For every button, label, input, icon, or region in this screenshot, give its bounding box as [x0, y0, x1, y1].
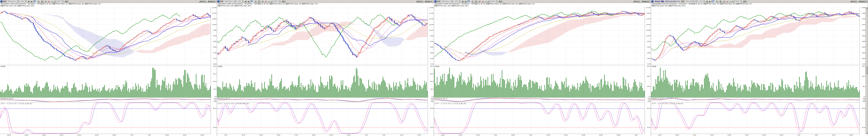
candle-chart-icon[interactable]: ▮: [726, 0, 728, 3]
symbol-label: 銘柄: [681, 0, 684, 3]
prev-contract-button[interactable]: ◀: [461, 0, 464, 3]
chevron-down-icon[interactable]: ▼: [459, 1, 460, 2]
chevron-down-icon[interactable]: ▼: [234, 1, 236, 2]
chevron-down-icon[interactable]: ▼: [278, 1, 280, 2]
aux-settings-button[interactable]: 補助線設定: [641, 0, 650, 3]
candle-chart-icon[interactable]: ▮: [48, 0, 50, 3]
contract-select[interactable]: 12/06▼: [236, 0, 243, 3]
line-chart-icon[interactable]: 〜: [484, 0, 487, 3]
symbol-select[interactable]: 日経225mini▼: [441, 0, 453, 3]
time-axis-label: 22:00: [78, 134, 81, 136]
bars-count-value: 500本: [491, 0, 495, 3]
aux-settings-button[interactable]: 補助線設定: [858, 0, 867, 3]
bars-count-select[interactable]: 500本▼: [273, 0, 280, 3]
chevron-down-icon[interactable]: ▼: [61, 1, 63, 2]
time-axis-label: 14:45: [200, 134, 204, 136]
stochastics-pane-label: スロー・ストキャスティクス( 14, 3, 80, 20 ): [1, 102, 32, 105]
chart-canvas[interactable]: [0, 7, 211, 134]
apply-button[interactable]: 適用: [498, 0, 503, 3]
volume-axis-label: 100.0: [213, 81, 216, 82]
standard-settings-button[interactable]: 標準設定: [199, 0, 207, 3]
period-minute-button[interactable]: 分: [712, 0, 715, 3]
price-axis-label: 9,940: [862, 18, 865, 19]
scroll-down-icon[interactable]: ▼: [866, 132, 868, 134]
vertical-scrollbar[interactable]: ▲ ▼: [866, 7, 868, 134]
chevron-down-icon[interactable]: ▼: [495, 1, 497, 2]
time-axis-label: 22:15: [329, 134, 333, 136]
prev-contract-button[interactable]: ◀: [244, 0, 247, 3]
standard-settings-button[interactable]: 標準設定: [416, 0, 424, 3]
next-contract-button[interactable]: ▶: [30, 0, 33, 3]
period-day-button[interactable]: 日: [471, 0, 474, 3]
chart-info-line2: 移動平均4( Close, 100 ) 移動平均5( Close, 200 ): [435, 5, 650, 7]
chart-canvas[interactable]: [217, 7, 428, 134]
time-axis-label: 03/16: [617, 134, 620, 136]
line-chart-icon[interactable]: 〜: [50, 0, 53, 3]
chevron-down-icon[interactable]: ▼: [703, 1, 705, 2]
chevron-down-icon[interactable]: ▼: [740, 1, 742, 2]
chevron-down-icon[interactable]: ▼: [451, 1, 453, 2]
time-axis-label: 15:30: [277, 134, 280, 136]
volume-axis-label: 50.0: [431, 88, 433, 90]
contract-select[interactable]: 12/06▼: [453, 0, 460, 3]
next-contract-button[interactable]: ▶: [709, 0, 711, 3]
bar-chart-icon[interactable]: ▥: [270, 0, 272, 3]
prev-contract-button[interactable]: ◀: [706, 0, 708, 3]
macd-axis-label: 0.00: [863, 99, 865, 101]
stoch-axis-label: 80.00: [647, 107, 650, 109]
period-week-button[interactable]: 週: [40, 0, 43, 3]
apply-button[interactable]: 適用: [281, 0, 286, 3]
chart-canvas[interactable]: [651, 7, 860, 134]
standard-settings-button[interactable]: 標準設定: [850, 0, 858, 3]
candle-chart-icon[interactable]: ▮: [482, 0, 484, 3]
chart-canvas[interactable]: [434, 7, 645, 134]
next-contract-button[interactable]: ▶: [464, 0, 467, 3]
bars-count-select[interactable]: 500本▼: [56, 0, 63, 3]
scrollbar-thumb[interactable]: [866, 67, 868, 74]
aux-settings-button[interactable]: 補助線設定: [207, 0, 216, 3]
symbol-select[interactable]: 日経225mini▼: [7, 0, 19, 3]
contract-select[interactable]: 12/06▼: [698, 0, 705, 3]
time-axis-label: 9:00: [382, 134, 385, 136]
period-day-button[interactable]: 日: [715, 0, 718, 3]
apply-button[interactable]: 適用: [742, 0, 747, 3]
period-week-button[interactable]: 週: [257, 0, 260, 3]
period-minute-button[interactable]: 分: [250, 0, 253, 3]
time-axis-label: 13:30: [259, 134, 263, 136]
next-contract-button[interactable]: ▶: [247, 0, 250, 3]
symbol-select[interactable]: 日経225mini▼: [224, 0, 236, 3]
apply-button[interactable]: 適用: [64, 0, 69, 3]
chevron-down-icon[interactable]: ▼: [17, 1, 19, 2]
prev-contract-button[interactable]: ◀: [27, 0, 30, 3]
bar-chart-icon[interactable]: ▥: [487, 0, 489, 3]
time-axis-label: 03/15: [512, 134, 515, 136]
chart-workspace: 銘柄 日経225mini▼ 12/06▼ ◀ ▶ 分 日 週 月 ▮ 〜 ▥ 5…: [0, 0, 868, 136]
chevron-down-icon[interactable]: ▼: [695, 1, 697, 2]
bars-count-select[interactable]: 500本▼: [734, 0, 742, 3]
contract-select[interactable]: 12/06▼: [19, 0, 26, 3]
period-day-button[interactable]: 日: [37, 0, 40, 3]
price-axis-label: 9,900: [862, 30, 865, 31]
period-month-button[interactable]: 月: [261, 0, 264, 3]
period-minute-button[interactable]: 分: [33, 0, 36, 3]
aux-settings-button[interactable]: 補助線設定: [424, 0, 433, 3]
chevron-down-icon[interactable]: ▼: [25, 1, 26, 2]
bar-chart-icon[interactable]: ▥: [732, 0, 734, 3]
symbol-label: 銘柄: [220, 0, 223, 3]
period-month-button[interactable]: 月: [722, 0, 725, 3]
line-chart-icon[interactable]: 〜: [729, 0, 731, 3]
line-chart-icon[interactable]: 〜: [267, 0, 270, 3]
period-week-button[interactable]: 週: [474, 0, 477, 3]
bars-count-select[interactable]: 500本▼: [490, 0, 497, 3]
period-minute-button[interactable]: 分: [467, 0, 470, 3]
standard-settings-button[interactable]: 標準設定: [633, 0, 641, 3]
scroll-up-icon[interactable]: ▲: [866, 7, 868, 9]
symbol-select[interactable]: 日経225先物▼: [685, 0, 697, 3]
period-day-button[interactable]: 日: [254, 0, 257, 3]
candle-chart-icon[interactable]: ▮: [265, 0, 267, 3]
period-week-button[interactable]: 週: [719, 0, 722, 3]
period-month-button[interactable]: 月: [44, 0, 47, 3]
period-month-button[interactable]: 月: [478, 0, 481, 3]
chevron-down-icon[interactable]: ▼: [242, 1, 243, 2]
bar-chart-icon[interactable]: ▥: [53, 0, 55, 3]
